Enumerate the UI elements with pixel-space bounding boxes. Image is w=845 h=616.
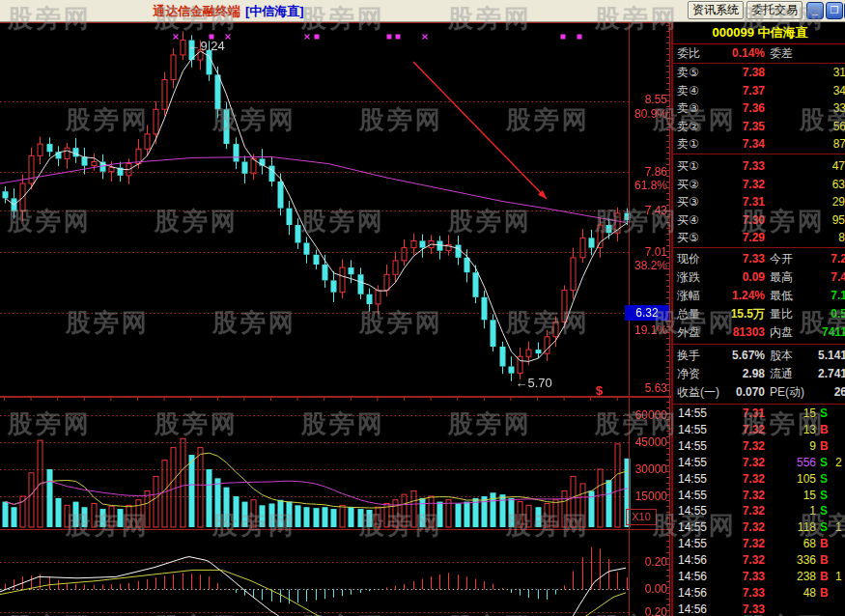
tdx-terminal-window: 通达信金融终端[中信海直] 资讯系统 委托交易 _ ❐ ✕ 8.5580.9%7… xyxy=(0,0,845,616)
ask-row: 卖④7.3734 xyxy=(673,82,845,99)
trade-row[interactable]: 14:557.321S xyxy=(673,503,845,519)
price-axis-label: 7.43 xyxy=(630,204,667,217)
bid-volume: 63 xyxy=(789,176,845,193)
price-axis-label: 5.63 xyxy=(630,381,667,395)
bid-price: 7.33 xyxy=(702,157,765,175)
news-system-button[interactable]: 资讯系统 xyxy=(688,1,744,19)
trade-time: 14:56 xyxy=(678,585,707,602)
quote-value: 7.2 xyxy=(789,250,845,268)
trade-side: B xyxy=(820,569,829,585)
trade-row[interactable]: 14:557.329B xyxy=(673,438,845,455)
trade-price: 7.33 xyxy=(712,585,765,602)
quote-value: 0.070 xyxy=(700,383,765,402)
quote-panel: 000099 中信海直 委比 0.14% 委差 卖⑤7.3831卖④7.3734… xyxy=(671,21,845,616)
weibi-label: 委比 xyxy=(677,44,700,62)
trade-row[interactable]: 14:557.32105S xyxy=(673,471,845,488)
quote-label: 净资 xyxy=(677,365,700,383)
trade-time: 14:55 xyxy=(678,519,707,536)
bid-row: 买②7.3263 xyxy=(673,176,845,193)
quote-label: 现价 xyxy=(677,250,700,268)
bid-row: 买①7.3347 xyxy=(673,157,845,175)
trade-row[interactable]: 14:567.33238B1 xyxy=(673,569,845,585)
restore-button[interactable]: ❐ xyxy=(826,2,843,19)
macd-axis-label: 0.20 xyxy=(630,605,667,616)
ask-price: 7.37 xyxy=(702,82,765,99)
trade-row[interactable]: 14:557.32556S2 xyxy=(673,455,845,471)
bid-volume: 8 xyxy=(789,229,845,246)
price-axis-label: 7.01 xyxy=(630,245,667,259)
trade-time: 14:55 xyxy=(678,422,707,438)
quote-value: 1.24% xyxy=(700,287,765,305)
trade-price: 7.32 xyxy=(712,488,765,504)
bid-row: 买④7.3095 xyxy=(673,211,845,229)
trade-row[interactable]: 14:557.3213B xyxy=(673,422,845,438)
ask-price: 7.38 xyxy=(702,64,765,81)
trade-price: 7.32 xyxy=(712,519,765,536)
trade-price: 7.33 xyxy=(712,569,765,585)
price-axis-label: 38.2% xyxy=(630,259,667,272)
trade-price: 7.32 xyxy=(712,438,765,455)
trade-row[interactable]: 14:557.3268B xyxy=(673,536,845,552)
ask-label: 卖① xyxy=(677,135,699,153)
trade-row[interactable]: 14:567.33 xyxy=(673,602,845,616)
bid-row: 买③7.3129 xyxy=(673,193,845,210)
quote-label: 涨幅 xyxy=(677,287,700,305)
quote-value: 7.33 xyxy=(700,250,765,268)
quote-label: 涨跌 xyxy=(677,268,700,287)
trade-entrust-button[interactable]: 委托交易 xyxy=(746,1,803,19)
price-axis-label: 61.8% xyxy=(630,179,667,192)
trade-extra: 1 xyxy=(835,569,842,585)
bid-label: 买② xyxy=(677,176,699,193)
trade-side: B xyxy=(820,536,829,552)
trade-row[interactable]: 14:557.32118S1 xyxy=(673,519,845,536)
weibi-value: 0.14% xyxy=(702,44,765,62)
trade-volume: 9 xyxy=(766,438,816,455)
trade-price: 7.32 xyxy=(712,455,765,471)
trade-volume: 118 xyxy=(766,519,816,536)
macd-axis-label: 0.20 xyxy=(630,555,667,569)
quote-row: 换手5.67%股本5.141 xyxy=(673,347,845,365)
quote-row: 现价7.33今开7.2 xyxy=(673,250,845,268)
minimize-button[interactable]: _ xyxy=(806,2,824,19)
trade-time: 14:55 xyxy=(678,438,707,455)
trade-time: 14:56 xyxy=(678,569,707,585)
quote-row: 涨跌0.09最高7.4 xyxy=(673,268,845,287)
trade-row[interactable]: 14:557.3115S xyxy=(673,406,845,422)
ask-label: 卖② xyxy=(677,118,699,135)
trade-row[interactable]: 14:557.3215S xyxy=(673,488,845,504)
trade-side: S xyxy=(820,503,828,519)
weicha-label: 委差 xyxy=(770,44,793,62)
trade-side: B xyxy=(820,552,829,569)
cursor-price-box: 6.32 xyxy=(625,305,669,321)
ask-row: 卖⑤7.3831 xyxy=(673,64,845,81)
quote-value: 81303 xyxy=(700,323,765,342)
trade-extra: 1 xyxy=(835,519,842,536)
trade-time: 14:56 xyxy=(678,552,707,569)
bid-price: 7.31 xyxy=(702,193,765,210)
quote-value: 2.98 xyxy=(700,365,765,383)
trade-volume: 1 xyxy=(766,503,816,519)
trade-side: S xyxy=(820,471,828,488)
trade-row[interactable]: 14:567.3348B xyxy=(673,585,845,602)
quote-label: 换手 xyxy=(677,347,700,365)
volume-unit-label: X10 xyxy=(626,509,657,525)
bid-price: 7.30 xyxy=(702,211,765,229)
ask-volume: 87 xyxy=(789,135,845,153)
stock-chart-canvas[interactable] xyxy=(0,0,671,616)
quote-value: 7411 xyxy=(789,323,845,342)
trade-price: 7.33 xyxy=(712,602,765,616)
quote-value: 7.4 xyxy=(789,268,845,287)
stock-title: 000099 中信海直 xyxy=(673,21,845,44)
trade-volume: 15 xyxy=(766,488,816,504)
title-bar: 通达信金融终端[中信海直] 资讯系统 委托交易 _ ❐ ✕ xyxy=(0,0,845,22)
weibi-row: 委比 0.14% 委差 xyxy=(673,44,845,62)
trade-volume: 48 xyxy=(766,585,816,602)
ask-price: 7.35 xyxy=(702,118,765,135)
quote-row: 总量15.5万量比0.5 xyxy=(673,305,845,323)
trade-row[interactable]: 14:567.32336B xyxy=(673,552,845,569)
trade-volume: 105 xyxy=(766,471,816,488)
trade-time: 14:55 xyxy=(678,488,707,504)
window-title: 通达信金融终端[中信海直] xyxy=(153,3,304,20)
price-axis-label: 8.55 xyxy=(630,93,667,106)
bid-volume: 47 xyxy=(789,157,845,175)
